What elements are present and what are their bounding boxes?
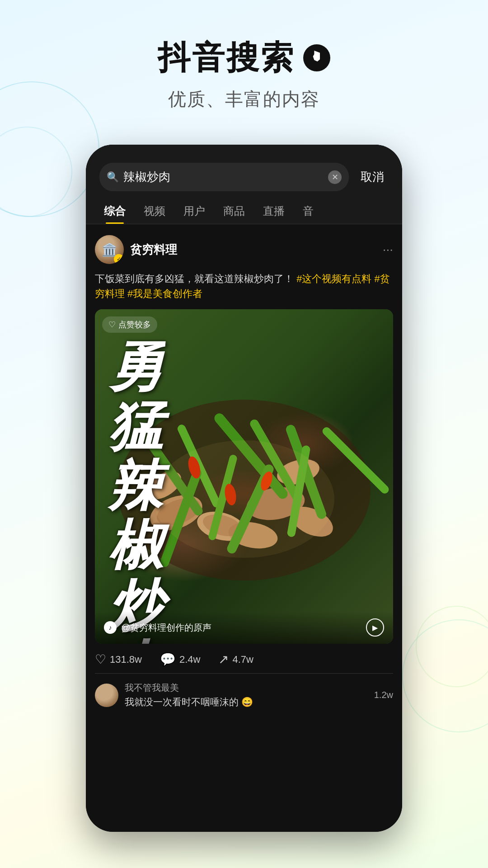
tabs-row: 综合 视频 用户 商品 直播 音 <box>86 191 402 224</box>
comment-text: 我就没一次看时不咽唾沫的 😄 <box>125 696 253 708</box>
header-section: 抖音搜索 优质、丰富的内容 <box>0 0 488 130</box>
badge-text: 点赞较多 <box>118 319 151 330</box>
share-icon: ↗ <box>218 652 229 667</box>
commenter-avatar <box>95 684 118 707</box>
subtitle-text: 优质、丰富的内容 <box>0 87 488 112</box>
verified-badge: ✓ <box>114 254 124 264</box>
heart-icon-small: ♡ <box>108 320 116 330</box>
page-title: 抖音搜索 <box>0 36 488 80</box>
comment-content: 我不管我最美 我就没一次看时不咽唾沫的 😄 <box>125 682 253 708</box>
food-visual-svg <box>95 309 393 644</box>
tiktok-note-icon: ♪ <box>104 621 117 634</box>
tab-商品[interactable]: 商品 <box>214 198 254 224</box>
comments-count: 2.4w <box>179 654 200 665</box>
more-options-button[interactable]: ··· <box>383 242 393 257</box>
tab-视频[interactable]: 视频 <box>135 198 174 224</box>
title-text: 抖音搜索 <box>158 36 295 80</box>
search-query-display: 辣椒炒肉 <box>123 169 324 185</box>
comment-preview-row: 我不管我最美 我就没一次看时不咽唾沫的 😄 1.2w <box>95 674 393 708</box>
commenter-name[interactable]: 我不管我最美 <box>125 682 253 694</box>
comment-count: 1.2w <box>374 690 393 700</box>
phone-mockup: 🔍 辣椒炒肉 ✕ 取消 综合 视频 用户 商品 <box>86 145 402 832</box>
tab-综合[interactable]: 综合 <box>95 198 135 224</box>
svg-point-23 <box>154 440 334 558</box>
tab-用户[interactable]: 用户 <box>174 198 214 224</box>
shares-count: 4.7w <box>232 654 253 665</box>
post-description: 下饭菜到底有多凶猛，就看这道辣椒炒肉了！ #这个视频有点料 #贫穷料理 #我是美… <box>95 271 393 301</box>
phone-frame: 🔍 辣椒炒肉 ✕ 取消 综合 视频 用户 商品 <box>86 145 402 832</box>
tiktok-logo-icon <box>303 44 330 71</box>
comments-item[interactable]: 💬 2.4w <box>160 652 200 667</box>
heart-icon: ♡ <box>95 652 106 667</box>
creator-info: 🏛️ ✓ 贫穷料理 <box>95 235 177 264</box>
tab-直播[interactable]: 直播 <box>254 198 294 224</box>
likes-item[interactable]: ♡ 131.8w <box>95 652 142 667</box>
phone-inner: 🔍 辣椒炒肉 ✕ 取消 综合 视频 用户 商品 <box>86 145 402 832</box>
video-thumbnail[interactable]: ♡ 点赞较多 勇猛辣椒炒肉 ♪ @贫穷料理创作的原声 ▶ <box>95 309 393 644</box>
play-button[interactable]: ▶ <box>366 618 384 637</box>
post-text: 下饭菜到底有多凶猛，就看这道辣椒炒肉了！ <box>95 273 294 284</box>
tab-音[interactable]: 音 <box>294 198 323 224</box>
content-area: 🏛️ ✓ 贫穷料理 ··· 下饭菜到底有多凶猛，就看这道辣椒炒肉了！ #这个视频… <box>86 224 402 719</box>
cancel-search-button[interactable]: 取消 <box>356 169 389 185</box>
likes-count: 131.8w <box>110 654 142 665</box>
video-badge: ♡ 点赞较多 <box>102 316 157 333</box>
creator-row: 🏛️ ✓ 贫穷料理 ··· <box>95 235 393 264</box>
clear-search-button[interactable]: ✕ <box>328 170 342 184</box>
comment-icon: 💬 <box>160 652 176 667</box>
audio-text: @贫穷料理创作的原声 <box>121 622 211 634</box>
search-icon: 🔍 <box>107 171 119 183</box>
search-input-wrap[interactable]: 🔍 辣椒炒肉 ✕ <box>99 163 349 191</box>
video-bottom-bar: ♪ @贫穷料理创作的原声 ▶ <box>95 611 393 644</box>
interaction-row: ♡ 131.8w 💬 2.4w ↗ 4.7w <box>95 644 393 674</box>
creator-name[interactable]: 贫穷料理 <box>130 242 177 258</box>
shares-item[interactable]: ↗ 4.7w <box>218 652 253 667</box>
creator-avatar[interactable]: 🏛️ ✓ <box>95 235 124 264</box>
search-bar-area: 🔍 辣椒炒肉 ✕ 取消 <box>86 145 402 191</box>
